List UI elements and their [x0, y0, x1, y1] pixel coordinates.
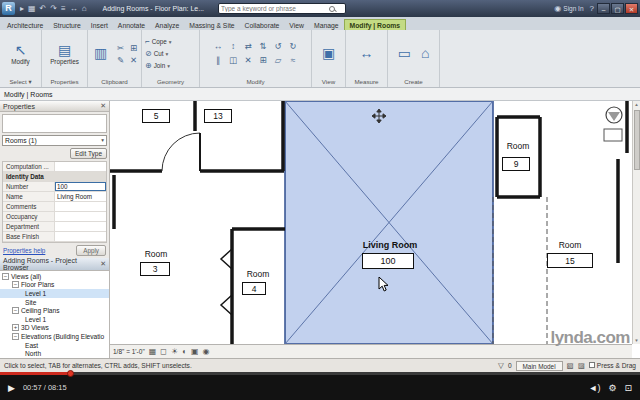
tab-annotate[interactable]: Annotate [113, 20, 150, 30]
property-row-occupancy[interactable]: Occupancy [3, 212, 106, 222]
tree-item-ceiling-plans[interactable]: −Ceiling Plans [0, 306, 109, 315]
detail-level-icon[interactable]: ▦ [149, 347, 157, 356]
panel-label-select[interactable]: Select ▾ [0, 77, 41, 87]
view-panel-button[interactable]: ▣ [317, 44, 340, 63]
split-icon[interactable]: ∥ [211, 54, 225, 67]
property-row-name[interactable]: Name Living Room [3, 192, 106, 202]
room-tag-3[interactable]: 3 [140, 262, 170, 276]
crop-view-icon[interactable]: ▣ [191, 347, 199, 356]
search-input[interactable] [221, 5, 329, 12]
align-icon[interactable]: ↔ [211, 40, 225, 53]
collapse-icon[interactable]: − [2, 273, 9, 280]
close-icon[interactable]: ✕ [100, 102, 106, 110]
tree-item-3d-views[interactable]: +3D Views [0, 324, 109, 333]
close-button[interactable]: ✕ [625, 3, 638, 14]
sun-path-icon[interactable]: ☀ [171, 347, 178, 356]
tab-analyze[interactable]: Analyze [150, 20, 184, 30]
trim-icon[interactable]: ◫ [226, 54, 240, 67]
vertical-scrollbar[interactable]: ▲ ▼ [632, 101, 640, 344]
settings-icon[interactable]: ⚙ [608, 383, 616, 393]
move-icon[interactable]: ⇅ [256, 40, 270, 53]
room-4-label[interactable]: Room [228, 269, 288, 279]
living-room-label[interactable]: Living Room [338, 240, 442, 250]
join-button[interactable]: ⊕ Join ▾ [145, 60, 170, 72]
room-tag-4[interactable]: 4 [242, 282, 266, 295]
room-tag-100[interactable]: 100 [362, 253, 414, 269]
mirror-icon[interactable]: ⇄ [241, 40, 255, 53]
create-similar-button[interactable]: ▭ [393, 44, 416, 63]
modify-tool-button[interactable]: ↖ Modify [6, 41, 35, 67]
minimize-button[interactable]: – [597, 3, 610, 14]
paste-button[interactable]: ▥ [89, 44, 112, 63]
tree-item-ceiling-level1[interactable]: Level 1 [0, 315, 109, 324]
volume-icon[interactable]: ◄) [588, 383, 600, 393]
tree-item-north[interactable]: North [0, 349, 109, 358]
redo-icon[interactable]: ↷ [50, 4, 57, 13]
home-icon[interactable]: ⌂ [82, 4, 87, 13]
room-15-label[interactable]: Room [538, 240, 602, 250]
filter-icon[interactable]: ▽ [498, 361, 504, 370]
maximize-button[interactable]: ▢ [611, 3, 624, 14]
shadows-icon[interactable]: ◐ [182, 347, 187, 356]
print-icon[interactable]: ≡ [61, 4, 66, 13]
play-button[interactable]: ▶ [8, 383, 15, 393]
measure-icon[interactable]: ↔ [70, 4, 78, 13]
tab-insert[interactable]: Insert [86, 20, 113, 30]
array-icon[interactable]: ⊞ [256, 54, 270, 67]
type-selector[interactable]: Rooms (1) ▾ [2, 135, 107, 146]
tree-item-level1[interactable]: Level 1 [0, 289, 109, 298]
tree-item-elevations[interactable]: −Elevations (Building Elevatio [0, 332, 109, 341]
infocenter-search[interactable] [218, 3, 346, 14]
save-icon[interactable]: ▦ [28, 4, 36, 13]
tree-item-views-all[interactable]: −Views (all) [0, 272, 109, 281]
delete-tool-icon[interactable]: ✕ [241, 54, 255, 67]
floor-plan[interactable] [110, 101, 632, 344]
tab-manage[interactable]: Manage [309, 20, 344, 30]
tree-item-site[interactable]: Site [0, 298, 109, 307]
tab-modify-rooms[interactable]: Modify | Rooms [344, 19, 407, 30]
drawing-area[interactable]: 5 13 Room 9 Room 3 Room 4 Living Room 10… [110, 101, 640, 358]
undo-icon[interactable]: ↶ [40, 4, 47, 13]
scale-icon[interactable]: ▱ [271, 54, 285, 67]
tab-view[interactable]: View [284, 20, 309, 30]
press-drag-checkbox[interactable]: Press & Drag [589, 362, 636, 369]
collapse-icon[interactable]: − [12, 281, 19, 288]
property-row-computation[interactable]: Computation ... [3, 162, 106, 172]
reveal-hidden-icon[interactable]: ◉ [202, 347, 209, 356]
close-icon[interactable]: ✕ [100, 260, 106, 268]
tree-item-east[interactable]: East [0, 341, 109, 350]
edit-type-button[interactable]: Edit Type [70, 148, 107, 159]
expand-icon[interactable]: + [12, 324, 19, 331]
offset-icon[interactable]: ↕ [226, 40, 240, 53]
property-row-number[interactable]: Number 100 [3, 182, 106, 192]
visual-style-icon[interactable]: ◻ [160, 347, 167, 356]
checkbox-icon[interactable] [589, 362, 595, 368]
room-tag-13[interactable]: 13 [204, 109, 232, 123]
create-group-button[interactable]: ⌂ [416, 44, 434, 63]
properties-toggle-button[interactable]: ▤ Properties [45, 41, 84, 67]
tab-massing-site[interactable]: Massing & Site [184, 20, 239, 30]
scroll-down-icon[interactable]: ▼ [634, 337, 638, 344]
room-tag-9[interactable]: 9 [502, 157, 530, 171]
search-icon[interactable] [329, 6, 335, 12]
apply-button[interactable]: Apply [76, 245, 106, 256]
measure-button[interactable]: ↔ [355, 44, 379, 63]
tree-item-floor-plans[interactable]: −Floor Plans [0, 281, 109, 290]
tab-structure[interactable]: Structure [48, 20, 86, 30]
selected-room-living-room[interactable] [285, 101, 493, 344]
rotate-icon[interactable]: ↺ [271, 40, 285, 53]
delete-icon[interactable]: ✕ [127, 54, 140, 66]
cut-geometry-button[interactable]: ⊘ Cut ▾ [145, 48, 168, 60]
name-value-field[interactable]: Living Room [55, 192, 106, 201]
scale-control[interactable]: 1/8" = 1'-0" [113, 348, 145, 355]
properties-help-link[interactable]: Properties help [3, 247, 45, 254]
tab-collaborate[interactable]: Collaborate [240, 20, 285, 30]
property-row-department[interactable]: Department [3, 222, 106, 232]
room-3-label[interactable]: Room [126, 249, 186, 259]
property-row-base-finish[interactable]: Base Finish [3, 232, 106, 242]
tab-architecture[interactable]: Architecture [2, 20, 48, 30]
copy-tool-icon[interactable]: ↻ [286, 40, 300, 53]
identity-data-header[interactable]: Identity Data [3, 172, 106, 182]
collapse-icon[interactable]: − [12, 333, 19, 340]
number-value-field[interactable]: 100 [55, 182, 106, 191]
